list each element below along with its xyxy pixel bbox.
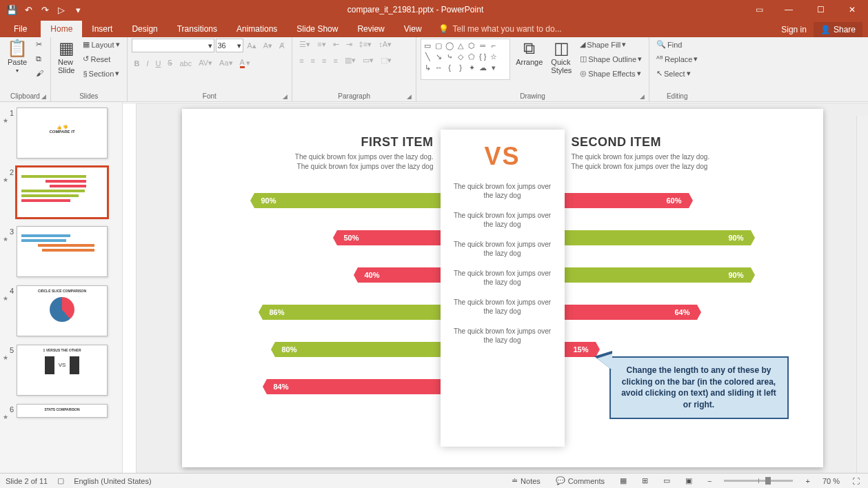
slide-thumbnail-3[interactable] — [17, 226, 108, 277]
left-column-title[interactable]: FIRST ITEM — [289, 135, 434, 150]
strikethrough-button[interactable]: S̶ — [165, 57, 175, 69]
slide-canvas-area[interactable]: FIRST ITEMThe quick brown fox jumps over… — [137, 103, 868, 473]
bullets-button[interactable]: ☰▾ — [296, 39, 313, 50]
tab-view[interactable]: View — [394, 21, 432, 37]
char-spacing-button[interactable]: AV▾ — [196, 57, 215, 69]
find-button[interactable]: 🔍 Find — [654, 39, 700, 50]
comparison-bar-right[interactable]: 90% — [565, 267, 751, 283]
text-direction-button[interactable]: ↕A▾ — [376, 39, 394, 50]
zoom-slider[interactable] — [724, 480, 793, 482]
comparison-bar-left[interactable]: 40% — [358, 267, 441, 283]
shape-fill-button[interactable]: ◢ Shape Fill ▾ — [577, 39, 645, 50]
zoom-in-button[interactable]: + — [803, 476, 812, 487]
zoom-out-button[interactable]: − — [705, 476, 714, 487]
numbering-button[interactable]: ≡▾ — [314, 39, 328, 50]
tab-insert[interactable]: Insert — [82, 21, 122, 37]
slide-thumbnail-2[interactable] — [17, 167, 108, 218]
slide-thumbnail-5[interactable]: 1 VERSUS THE OTHERVS — [17, 345, 108, 396]
right-column-title[interactable]: SECOND ITEM — [572, 135, 716, 150]
row-description[interactable]: The quick brown fox jumps over the lazy … — [441, 258, 565, 287]
italic-button[interactable]: I — [143, 58, 151, 69]
tab-review[interactable]: Review — [347, 21, 394, 37]
smartart-button[interactable]: ⬚▾ — [378, 54, 394, 66]
slide-sorter-view-button[interactable]: ⊞ — [639, 475, 651, 487]
section-button[interactable]: § Section ▾ — [80, 68, 122, 79]
paste-button[interactable]: 📋 Paste ▾ — [4, 39, 30, 75]
cut-button[interactable]: ✂ — [33, 39, 46, 50]
slide-thumbnail-1[interactable]: 👍 👎COMPARE IT — [17, 108, 108, 159]
clipboard-dialog-launcher[interactable]: ◢ — [41, 93, 46, 100]
left-column-desc[interactable]: The quick brown fox jumps over the lazy … — [289, 152, 434, 172]
bold-button[interactable]: B — [132, 58, 143, 69]
font-name-combo[interactable]: ▾ — [132, 39, 214, 52]
qat-more-button[interactable]: ▾ — [70, 2, 85, 17]
tab-file[interactable]: File — [0, 21, 41, 37]
save-button[interactable]: 💾 — [4, 2, 19, 17]
increase-font-button[interactable]: A▴ — [245, 40, 259, 52]
right-column-desc[interactable]: The quick brown fox jumps over the lazy … — [572, 152, 716, 172]
slide[interactable]: FIRST ITEMThe quick brown fox jumps over… — [182, 109, 823, 467]
paragraph-dialog-launcher[interactable]: ◢ — [407, 93, 412, 100]
comparison-bar-left[interactable]: 80% — [275, 342, 441, 357]
vertical-ruler[interactable] — [123, 103, 137, 473]
comparison-bar-left[interactable]: 90% — [254, 193, 441, 208]
font-size-combo[interactable]: 36▾ — [216, 39, 243, 52]
reading-view-button[interactable]: ▭ — [660, 475, 673, 487]
comparison-bar-right[interactable]: 90% — [565, 230, 751, 245]
tell-me-search[interactable]: 💡 Tell me what you want to do... — [432, 21, 776, 37]
decrease-font-button[interactable]: A▾ — [261, 40, 275, 52]
minimize-button[interactable]: — — [773, 0, 805, 19]
shape-effects-button[interactable]: ◎ Shape Effects ▾ — [577, 68, 645, 79]
align-right-button[interactable]: ≡ — [319, 55, 329, 66]
shapes-gallery[interactable]: ▭▢◯△⬡═⌐ ╲↘⤷◇⬠{ }☆ ↳↔{}✦☁▾ — [421, 39, 510, 80]
language-status[interactable]: English (United States) — [74, 477, 152, 485]
zoom-level[interactable]: 70 % — [822, 477, 840, 485]
row-description[interactable]: The quick brown fox jumps over the lazy … — [441, 200, 565, 229]
sign-in-link[interactable]: Sign in — [781, 25, 807, 34]
shadow-button[interactable]: abc — [176, 58, 194, 69]
columns-button[interactable]: ▥▾ — [342, 54, 359, 66]
new-slide-button[interactable]: ▦ New Slide — [55, 39, 77, 76]
vertical-scrollbar[interactable] — [856, 116, 868, 473]
tab-slideshow[interactable]: Slide Show — [287, 21, 347, 37]
start-slideshow-button[interactable]: ▷ — [54, 2, 69, 17]
underline-button[interactable]: U — [153, 58, 164, 69]
slideshow-view-button[interactable]: ▣ — [683, 475, 695, 487]
vs-center-panel[interactable]: VSThe quick brown fox jumps over the laz… — [441, 130, 565, 447]
comparison-bar-right[interactable]: 15% — [565, 342, 596, 357]
redo-button[interactable]: ↷ — [37, 2, 52, 17]
shape-outline-button[interactable]: ◫ Shape Outline ▾ — [577, 53, 645, 65]
tab-transitions[interactable]: Transitions — [168, 21, 227, 37]
quick-styles-button[interactable]: ◫ Quick Styles — [548, 39, 574, 76]
spell-check-icon[interactable]: ▢ — [57, 476, 64, 485]
clear-formatting-button[interactable]: A̸ — [276, 40, 287, 52]
normal-view-button[interactable]: ▦ — [617, 475, 629, 487]
replace-button[interactable]: ᴬᴮ Replace ▾ — [654, 53, 700, 65]
align-text-button[interactable]: ▭▾ — [360, 54, 376, 66]
align-center-button[interactable]: ≡ — [308, 55, 318, 66]
row-description[interactable]: The quick brown fox jumps over the lazy … — [441, 229, 565, 258]
change-case-button[interactable]: Aa▾ — [216, 57, 235, 69]
slide-thumbnails-panel[interactable]: 1★ 👍 👎COMPARE IT 2★ 3★ 4★ CIRCLE SLICE C… — [0, 102, 123, 473]
share-button[interactable]: 👤 Share — [814, 22, 862, 37]
comparison-bar-left[interactable]: 84% — [267, 379, 441, 394]
comparison-bar-right[interactable]: 60% — [565, 193, 689, 208]
format-painter-button[interactable]: 🖌 — [33, 68, 46, 79]
justify-button[interactable]: ≡ — [330, 55, 340, 66]
comments-button[interactable]: 💬 Comments — [553, 475, 607, 487]
close-button[interactable]: ✕ — [836, 0, 868, 19]
copy-button[interactable]: ⧉ — [33, 53, 46, 65]
slide-thumbnail-4[interactable]: CIRCLE SLICE COMPARISON — [17, 285, 108, 336]
ribbon-display-options-button[interactable]: ▭ — [745, 0, 773, 19]
decrease-indent-button[interactable]: ⇤ — [330, 39, 342, 50]
slide-thumbnail-6[interactable]: STATS COMPARISON — [17, 404, 108, 418]
select-button[interactable]: ↖ Select ▾ — [654, 68, 700, 79]
slide-position[interactable]: Slide 2 of 11 — [6, 477, 48, 485]
font-dialog-launcher[interactable]: ◢ — [283, 93, 287, 100]
undo-button[interactable]: ↶ — [21, 2, 36, 17]
arrange-button[interactable]: ⧉ Arrange — [513, 39, 545, 68]
layout-button[interactable]: ▦ Layout ▾ — [80, 39, 122, 50]
comparison-bar-left[interactable]: 86% — [263, 305, 441, 320]
reset-button[interactable]: ↺ Reset — [80, 53, 122, 65]
row-description[interactable]: The quick brown fox jumps over the lazy … — [441, 171, 565, 200]
